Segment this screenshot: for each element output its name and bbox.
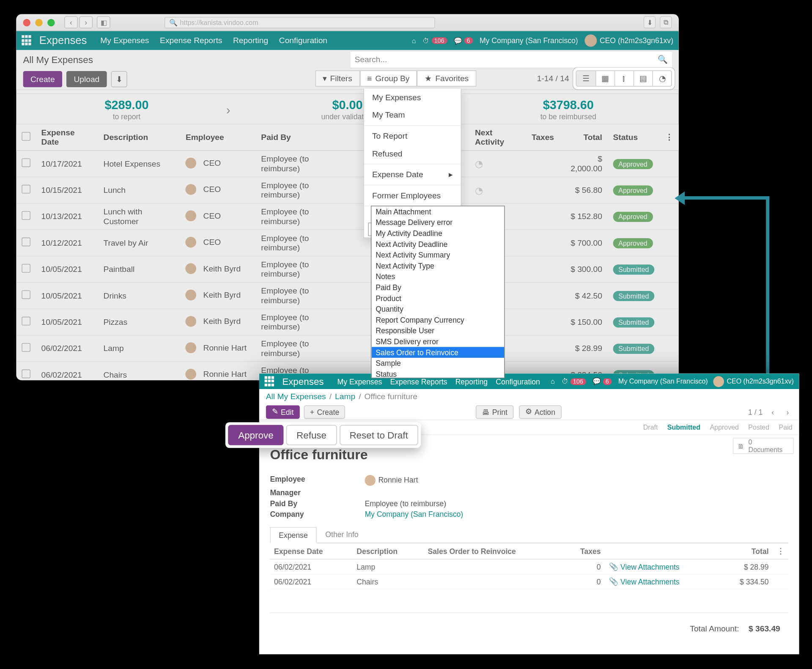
menu-expense-reports[interactable]: Expense Reports [160, 36, 222, 45]
view-graph-icon[interactable]: ⫿ [614, 71, 634, 85]
dcol-date[interactable]: Expense Date [270, 543, 352, 559]
url-bar[interactable]: 🔍 https://kanista.vindoo.com [165, 16, 435, 28]
field-option[interactable]: Report Company Currency [371, 315, 504, 326]
row-checkbox[interactable] [22, 317, 30, 326]
field-option[interactable]: Next Activity Deadline [371, 239, 504, 250]
col-total[interactable]: Total [560, 124, 608, 151]
menu-expense-reports[interactable]: Expense Reports [390, 377, 447, 385]
company-name[interactable]: My Company (San Francisco) [618, 378, 708, 385]
col-date[interactable]: Expense Date [36, 124, 98, 151]
col-next[interactable]: Next Activity [469, 124, 526, 151]
messages-badge[interactable]: ⏱106 [562, 378, 586, 385]
window-controls[interactable] [23, 19, 55, 26]
filter-opt-refused[interactable]: Refused [364, 145, 461, 162]
tab-other-info[interactable]: Other Info [317, 526, 368, 543]
table-row[interactable]: 10/15/2021LunchCEOEmployee (to reimburse… [16, 177, 678, 203]
forward-button[interactable]: › [79, 16, 93, 28]
download-list-button[interactable]: ⬇ [111, 71, 127, 87]
minimize-window-icon[interactable] [35, 19, 43, 26]
print-button[interactable]: 🖶 Print [476, 405, 513, 419]
back-button[interactable]: ‹ [64, 16, 78, 28]
status-approved[interactable]: Approved [710, 424, 739, 431]
messages-badge[interactable]: ⏱106 [422, 37, 447, 44]
edit-button[interactable]: ✎ Edit [266, 405, 300, 419]
user-name[interactable]: CEO (h2m2s3gn61xv) [600, 36, 673, 44]
field-select-dropdown[interactable]: Main AttachmentMessage Delivery errorMy … [371, 206, 505, 378]
col-menu-icon[interactable]: ⋮ [660, 124, 679, 151]
status-submitted[interactable]: Submitted [667, 424, 700, 431]
home-icon[interactable]: ⌂ [551, 378, 555, 385]
value-company[interactable]: My Company (San Francisco) [365, 510, 463, 518]
dcol-tax[interactable]: Taxes [563, 543, 605, 559]
status-draft[interactable]: Draft [643, 424, 658, 431]
favorites-button[interactable]: ★Favorites [417, 70, 476, 86]
status-posted[interactable]: Posted [748, 424, 769, 431]
filter-opt-my-team[interactable]: My Team [364, 106, 461, 124]
download-icon[interactable]: ⬇ [644, 16, 656, 28]
col-status[interactable]: Status [608, 124, 660, 151]
table-row[interactable]: 10/13/2021Lunch with CustomerCEOEmployee… [16, 203, 678, 230]
filter-opt-my-expenses[interactable]: My Expenses [364, 89, 461, 107]
row-checkbox[interactable] [22, 238, 30, 247]
tab-expense[interactable]: Expense [270, 527, 316, 543]
table-row[interactable]: 10/05/2021PizzasKeith ByrdEmployee (to r… [16, 309, 678, 335]
col-paid[interactable]: Paid By [256, 124, 348, 151]
chat-badge[interactable]: 💬6 [593, 378, 612, 385]
row-checkbox[interactable] [22, 211, 30, 220]
copy-icon[interactable]: ⧉ [660, 16, 672, 28]
table-row[interactable]: 06/02/2021Chairs0📎View Attachments$ 334.… [270, 574, 788, 589]
field-option[interactable]: Product [371, 293, 504, 304]
menu-my-expenses[interactable]: My Expenses [337, 377, 382, 385]
table-row[interactable]: 10/17/2021Hotel ExpensesCEOEmployee (to … [16, 151, 678, 177]
home-icon[interactable]: ⌂ [412, 37, 416, 44]
reset-to-draft-button[interactable]: Reset to Draft [339, 425, 418, 445]
field-option[interactable]: Main Attachment [371, 206, 504, 217]
row-checkbox[interactable] [22, 290, 30, 299]
dcol-desc[interactable]: Description [353, 543, 424, 559]
breadcrumb-mid[interactable]: Lamp [335, 392, 355, 401]
cell-activity[interactable]: ◔ [469, 151, 526, 177]
view-attachments-link[interactable]: 📎View Attachments [609, 562, 680, 571]
field-option[interactable]: Sales Order to Reinvoice [371, 347, 504, 358]
row-checkbox[interactable] [22, 158, 30, 167]
select-all-checkbox[interactable] [22, 132, 30, 141]
chat-badge[interactable]: 💬6 [454, 37, 473, 44]
col-emp[interactable]: Employee [180, 124, 255, 151]
cell-activity[interactable]: ◔ [469, 177, 526, 203]
field-option[interactable]: Status [371, 369, 504, 378]
field-option[interactable]: Quantity [371, 304, 504, 315]
view-attachments-link[interactable]: 📎View Attachments [609, 577, 680, 586]
menu-reporting[interactable]: Reporting [455, 377, 488, 385]
table-row[interactable]: 10/05/2021DrinksKeith ByrdEmployee (to r… [16, 282, 678, 309]
field-option[interactable]: Next Activity Type [371, 260, 504, 271]
filter-opt-expense-date[interactable]: Expense Date▸ [364, 166, 461, 184]
view-kanban-icon[interactable]: ▦ [595, 71, 614, 85]
field-option[interactable]: Sample [371, 358, 504, 369]
row-checkbox[interactable] [22, 343, 30, 352]
field-option[interactable]: Message Delivery error [371, 217, 504, 228]
row-checkbox[interactable] [22, 185, 30, 194]
field-option[interactable]: Next Activity Summary [371, 250, 504, 260]
status-paid[interactable]: Paid [779, 424, 793, 431]
next-record-icon[interactable]: › [783, 408, 792, 416]
menu-configuration[interactable]: Configuration [496, 377, 540, 385]
field-option[interactable]: Notes [371, 271, 504, 282]
prev-record-icon[interactable]: ‹ [768, 408, 777, 416]
view-activity-icon[interactable]: ◔ [652, 71, 671, 85]
row-checkbox[interactable] [22, 370, 30, 378]
user-avatar[interactable] [585, 35, 597, 47]
table-row[interactable]: 06/02/2021LampRonnie HartEmployee (to re… [16, 335, 678, 362]
sidebar-toggle-icon[interactable]: ◧ [97, 16, 110, 28]
dcol-so[interactable]: Sales Order to Reinvoice [424, 543, 563, 559]
menu-my-expenses[interactable]: My Expenses [100, 36, 149, 45]
view-pivot-icon[interactable]: ▤ [634, 71, 653, 85]
field-option[interactable]: My Activity Deadline [371, 228, 504, 239]
company-name[interactable]: My Company (San Francisco) [480, 36, 578, 44]
filter-opt-to-report[interactable]: To Report [364, 127, 461, 145]
field-option[interactable]: SMS Delivery error [371, 336, 504, 347]
table-row[interactable]: 06/02/2021Lamp0📎View Attachments$ 28.99 [270, 559, 788, 574]
filter-opt-former-employees[interactable]: Former Employees [364, 187, 461, 205]
search-input[interactable]: Search... 🔍 [351, 51, 672, 69]
row-checkbox[interactable] [22, 264, 30, 273]
apps-icon[interactable] [22, 35, 33, 46]
